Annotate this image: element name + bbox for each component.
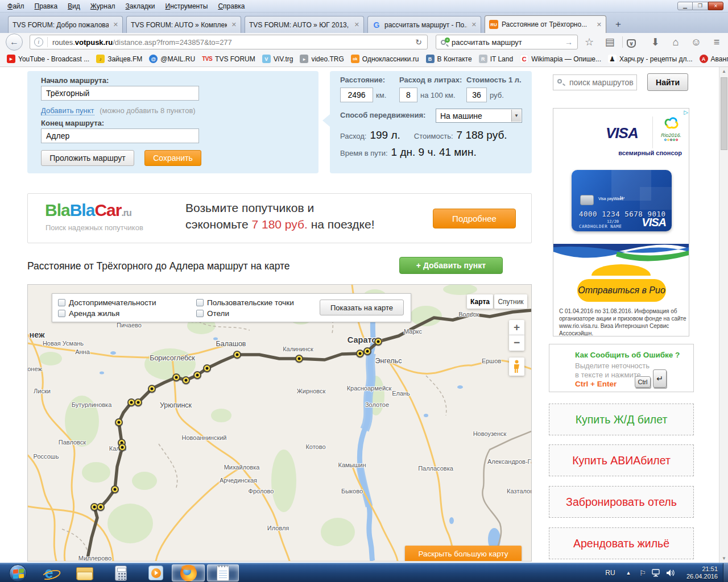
- menu-item-3[interactable]: Вид: [63, 1, 85, 12]
- url-bar[interactable]: i routes.votpusk.ru/distance.asp?from=24…: [30, 35, 428, 49]
- travel-mode-select[interactable]: На машине ▼: [436, 109, 522, 123]
- tab-close-icon[interactable]: ✕: [470, 21, 477, 28]
- menu-item-5[interactable]: Закладки: [121, 1, 160, 12]
- details-button[interactable]: Подробнее: [433, 209, 516, 228]
- bookmark-ok[interactable]: okОдноклассники.ru: [348, 53, 423, 65]
- tab-close-icon[interactable]: ✕: [112, 21, 118, 28]
- start-input[interactable]: [41, 86, 199, 101]
- pegman-streetview-icon[interactable]: [509, 357, 524, 376]
- taskbar-start-button[interactable]: [3, 564, 32, 581]
- taskbar-internet-explorer-button[interactable]: e: [33, 564, 65, 581]
- scroll-up-icon[interactable]: ▲: [719, 69, 728, 74]
- build-route-button[interactable]: Проложить маршрут: [41, 150, 134, 166]
- menu-item-1[interactable]: Файл: [2, 1, 30, 12]
- reload-icon[interactable]: ↻: [415, 38, 427, 47]
- bookmark-tvs[interactable]: TVSTVS FORUM: [198, 53, 259, 65]
- bookmark-mail[interactable]: @@MAIL.RU: [146, 53, 198, 65]
- tab-4[interactable]: Gрассчитать маршрут - По...✕: [367, 16, 481, 33]
- page-content: Начало маршрута: Добавить пункт (можно д…: [0, 67, 728, 563]
- route-search-input[interactable]: [553, 74, 637, 90]
- tab-2[interactable]: TVS FORUM: AUTO » Комплек...✕: [126, 16, 241, 33]
- sidebar-link-1[interactable]: Купить Ж/Д билет: [549, 404, 694, 435]
- hello-icon[interactable]: ☺: [688, 35, 704, 49]
- page-info-icon[interactable]: i: [34, 38, 43, 47]
- map-type-satellite-button[interactable]: Спутник: [494, 294, 527, 309]
- menu-item-4[interactable]: Журнал: [85, 1, 121, 12]
- taskbar-media-player-button[interactable]: [140, 564, 172, 581]
- volume-icon[interactable]: [664, 563, 677, 582]
- tab-close-icon[interactable]: ✕: [595, 21, 602, 28]
- bookmark-harch[interactable]: ♟Харч.ру - рецепты дл...: [605, 53, 696, 65]
- pocket-icon[interactable]: ∨: [627, 36, 636, 48]
- checkbox-icon[interactable]: [58, 299, 65, 306]
- menu-item-7[interactable]: Справка: [213, 1, 250, 12]
- fuel-input[interactable]: [399, 88, 417, 102]
- close-button[interactable]: ×: [708, 2, 723, 10]
- tab-close-icon[interactable]: ✕: [353, 21, 359, 28]
- tab-3[interactable]: TVS FORUM: AUTO » ЮГ 2013, ...✕: [245, 16, 364, 33]
- bookmark-itland[interactable]: RIT Land: [475, 53, 516, 65]
- maximize-button[interactable]: ❐: [693, 2, 708, 10]
- taskbar-windows-explorer-button[interactable]: [68, 564, 100, 581]
- blablacar-banner[interactable]: BlaBlaCar.ru Поиск надежных попутчиков В…: [27, 193, 532, 243]
- hidden-icons-arrow[interactable]: ▲: [623, 563, 634, 582]
- distance-input[interactable]: [340, 88, 373, 102]
- show-desktop-button[interactable]: [723, 563, 728, 582]
- end-input[interactable]: [41, 128, 199, 143]
- bookmark-avangard[interactable]: ААвангард: [696, 53, 728, 65]
- back-button[interactable]: ←: [6, 34, 23, 51]
- bookmark-wikimapia[interactable]: CWikimapia — Опише...: [516, 53, 605, 65]
- adchoices-icon[interactable]: ▷: [684, 109, 688, 115]
- zoom-out-button[interactable]: −: [509, 335, 524, 351]
- search-bar[interactable]: рассчитать маршрут →: [436, 35, 578, 49]
- visa-ad-banner[interactable]: ▷ VISA Rio2016. всемирный спонсор Visa p…: [553, 108, 689, 336]
- bookmark-viv[interactable]: VViV.trg: [259, 53, 297, 65]
- show-on-map-button[interactable]: Показать на карте: [320, 300, 404, 315]
- action-center-flag-icon[interactable]: ⚐: [637, 563, 648, 582]
- map-canvas[interactable]: нежНовая УсманьАннаПичаевоонежБалашовБор…: [27, 284, 532, 562]
- home-icon[interactable]: ⌂: [668, 35, 684, 49]
- scrollbar-thumb[interactable]: [721, 77, 727, 150]
- add-point-button[interactable]: + Добавить пункт: [399, 257, 503, 274]
- save-route-button[interactable]: Сохранить: [144, 150, 201, 166]
- sidebar-link-2[interactable]: Купить АВИАбилет: [549, 444, 694, 476]
- tab-close-icon[interactable]: ✕: [230, 21, 237, 28]
- new-tab-button[interactable]: +: [611, 18, 626, 32]
- language-indicator[interactable]: RU: [602, 563, 619, 582]
- tab-5[interactable]: RUРасстояние от Трёхгорно...✕: [485, 15, 606, 33]
- menu-item-6[interactable]: Инструменты: [160, 1, 213, 12]
- clock[interactable]: 21:51 26.04.2016: [679, 563, 721, 582]
- taskbar-calculator-button[interactable]: [105, 564, 136, 581]
- checkbox-icon[interactable]: [196, 299, 204, 306]
- network-icon[interactable]: [650, 563, 662, 582]
- zoom-in-button[interactable]: +: [509, 320, 524, 335]
- search-engine-icon[interactable]: [441, 40, 446, 45]
- checkbox-icon[interactable]: [58, 310, 65, 317]
- scroll-down-icon[interactable]: ▼: [719, 556, 728, 561]
- page-scrollbar[interactable]: ▲ ▼: [719, 67, 728, 563]
- map-type-map-button[interactable]: Карта: [467, 294, 493, 309]
- taskbar-firefox-button[interactable]: [172, 564, 205, 581]
- bookmark-star-icon[interactable]: ☆: [581, 35, 597, 49]
- bookmarks-menu-icon[interactable]: ▤: [602, 35, 618, 49]
- menu-item-2[interactable]: Правка: [30, 1, 63, 12]
- select-arrow-icon[interactable]: ▼: [511, 110, 521, 122]
- tab-1[interactable]: TVS FORUM: Добро пожалова...✕: [8, 16, 123, 33]
- bookmark-video[interactable]: ▸video.TRG: [296, 53, 347, 65]
- search-go-icon[interactable]: →: [565, 38, 577, 47]
- sidebar-link-4[interactable]: Арендовать жильё: [549, 527, 694, 559]
- checkbox-icon[interactable]: [196, 310, 204, 317]
- taskbar-notepad-button[interactable]: [207, 564, 239, 581]
- sidebar-link-3[interactable]: Забронировать отель: [549, 486, 694, 518]
- expand-map-button[interactable]: Раскрыть большую карту: [405, 546, 522, 562]
- bookmark-vk[interactable]: BВ Контакте: [423, 53, 475, 65]
- bookmark-youtube[interactable]: ▶YouTube - Broadcast ...: [3, 53, 93, 65]
- add-point-link[interactable]: Добавить пункт: [41, 106, 94, 115]
- price-input[interactable]: [466, 88, 487, 102]
- bookmark-zaycev[interactable]: ♪Зайцев.FM: [93, 53, 146, 65]
- visa-cta-button[interactable]: Отправиться в Рио: [577, 279, 666, 302]
- find-button[interactable]: Найти: [647, 73, 688, 91]
- downloads-icon[interactable]: ⬇: [647, 35, 663, 49]
- menu-hamburger-icon[interactable]: ≡: [709, 35, 725, 49]
- minimize-button[interactable]: ▁: [677, 2, 693, 10]
